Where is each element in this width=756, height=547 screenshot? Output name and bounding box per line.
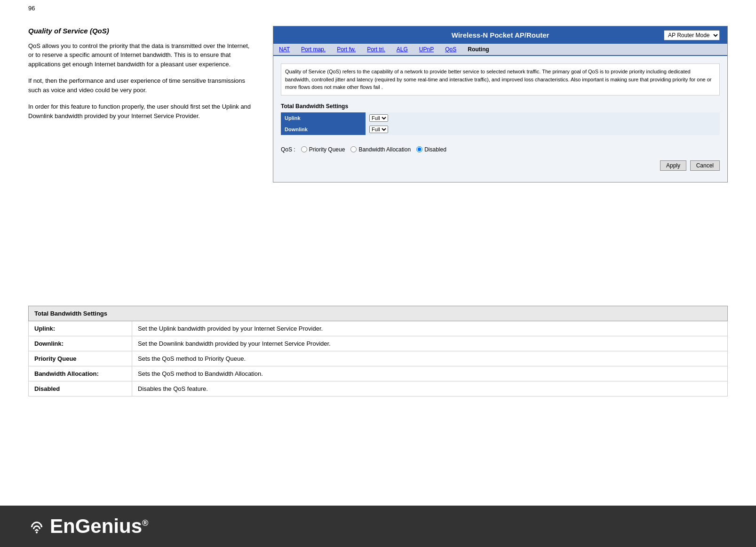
qos-row: QoS : Priority Queue Bandwidth Allocatio…	[281, 143, 720, 157]
bottom-table-section: Total Bandwidth Settings Uplink: Set the…	[0, 306, 756, 396]
apply-button[interactable]: Apply	[660, 160, 686, 171]
page-number-text: 96	[28, 5, 35, 12]
router-header: Wireless-N Pocket AP/Router AP Router Mo…	[273, 26, 727, 44]
uplink-label: Uplink	[281, 112, 366, 124]
table-row: Downlink: Set the Downlink bandwidth pro…	[29, 336, 728, 351]
table-row: Uplink: Set the Uplink bandwidth provide…	[29, 321, 728, 336]
bandwidth-title: Total Bandwidth Settings	[281, 103, 720, 110]
qos-priority-queue-radio[interactable]	[301, 146, 307, 152]
nav-porttri[interactable]: Port tri.	[361, 44, 391, 55]
router-description: Quality of Service (QoS) refers to the c…	[281, 63, 720, 95]
uplink-value-cell[interactable]: Full	[366, 112, 720, 124]
table-desc-priority-queue: Sets the QoS method to Priority Queue.	[132, 351, 728, 366]
left-column: Quality of Service (QoS) QoS allows you …	[28, 26, 254, 292]
nav-alg[interactable]: ALG	[391, 44, 414, 55]
page-number: 96	[0, 0, 756, 16]
table-desc-disabled: Disables the QoS feature.	[132, 381, 728, 396]
downlink-value-cell[interactable]: Full	[366, 124, 720, 135]
bandwidth-section: Total Bandwidth Settings Uplink Full Dow	[281, 103, 720, 135]
table-row: Priority Queue Sets the QoS method to Pr…	[29, 351, 728, 366]
nav-routing[interactable]: Routing	[462, 44, 494, 55]
nav-portfw[interactable]: Port fw.	[331, 44, 361, 55]
table-section-header: Total Bandwidth Settings	[29, 306, 728, 321]
qos-bandwidth-alloc-option[interactable]: Bandwidth Allocation	[350, 146, 411, 153]
table-row: Bandwidth Allocation: Sets the QoS metho…	[29, 366, 728, 381]
nav-nat[interactable]: NAT	[273, 44, 295, 55]
qos-disabled-radio[interactable]	[416, 146, 422, 152]
downlink-select[interactable]: Full	[369, 126, 388, 133]
nav-qos[interactable]: QoS	[439, 44, 462, 55]
cancel-button[interactable]: Cancel	[690, 160, 720, 171]
mode-select-wrapper[interactable]: AP Router Mode	[664, 30, 720, 40]
footer: EnGenius®	[0, 506, 756, 547]
nav-upnp[interactable]: UPnP	[414, 44, 439, 55]
section-title: Quality of Service (QoS)	[28, 26, 254, 37]
paragraph-1: QoS allows you to control the priority t…	[28, 41, 254, 69]
apply-cancel-row: Apply Cancel	[281, 157, 720, 174]
wifi-icon	[28, 520, 45, 533]
info-table: Total Bandwidth Settings Uplink: Set the…	[28, 306, 728, 396]
table-desc-uplink: Set the Uplink bandwidth provided by you…	[132, 321, 728, 336]
table-desc-bandwidth-alloc: Sets the QoS method to Bandwidth Allocat…	[132, 366, 728, 381]
table-term-downlink: Downlink:	[29, 336, 132, 351]
paragraph-3: In order for this feature to function pr…	[28, 102, 254, 120]
table-term-disabled: Disabled	[29, 381, 132, 396]
mode-select-dropdown[interactable]: AP Router Mode	[664, 30, 720, 40]
qos-bandwidth-alloc-radio[interactable]	[350, 146, 357, 152]
table-desc-downlink: Set the Downlink bandwidth provided by y…	[132, 336, 728, 351]
bandwidth-table: Uplink Full Downlink Full	[281, 112, 720, 135]
qos-disabled-label: Disabled	[424, 146, 446, 153]
table-row: Disabled Disables the QoS feature.	[29, 381, 728, 396]
router-nav: NAT Port map. Port fw. Port tri. ALG UPn…	[273, 44, 727, 56]
uplink-select[interactable]: Full	[369, 114, 388, 122]
qos-priority-queue-option[interactable]: Priority Queue	[301, 146, 345, 153]
logo-area: EnGenius®	[28, 515, 148, 538]
registered-symbol: ®	[142, 518, 148, 528]
router-body: Quality of Service (QoS) refers to the c…	[273, 56, 727, 182]
uplink-row: Uplink Full	[281, 112, 720, 124]
brand-name: EnGenius®	[50, 515, 148, 538]
qos-disabled-option[interactable]: Disabled	[416, 146, 446, 153]
table-term-priority-queue: Priority Queue	[29, 351, 132, 366]
table-section-header-text: Total Bandwidth Settings	[29, 306, 728, 321]
router-panel: Wireless-N Pocket AP/Router AP Router Mo…	[273, 26, 728, 182]
qos-bandwidth-alloc-label: Bandwidth Allocation	[358, 146, 411, 153]
table-term-uplink: Uplink:	[29, 321, 132, 336]
router-title: Wireless-N Pocket AP/Router	[452, 31, 549, 39]
paragraph-2: If not, then the performance and user ex…	[28, 76, 254, 95]
nav-portmap[interactable]: Port map.	[295, 44, 331, 55]
right-column: Wireless-N Pocket AP/Router AP Router Mo…	[273, 26, 728, 292]
brand-text: EnGenius	[50, 515, 142, 537]
qos-label: QoS :	[281, 146, 295, 153]
downlink-label: Downlink	[281, 124, 366, 135]
downlink-row: Downlink Full	[281, 124, 720, 135]
table-term-bandwidth-alloc: Bandwidth Allocation:	[29, 366, 132, 381]
qos-priority-queue-label: Priority Queue	[309, 146, 345, 153]
